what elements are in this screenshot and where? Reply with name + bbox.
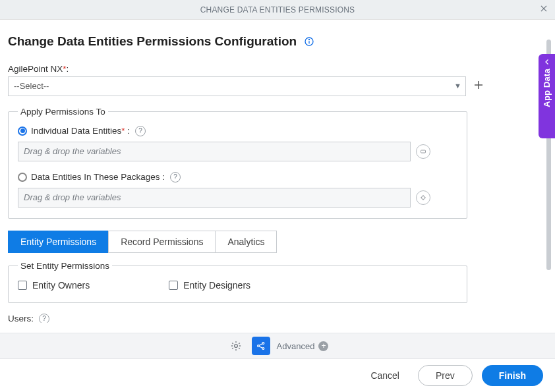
side-tab-app-data[interactable]: App Data <box>539 54 555 138</box>
footer-toolbar: Advanced + <box>0 333 555 359</box>
individual-dropzone-row: Drag & drop the variables <box>18 142 457 161</box>
footer: Advanced + Cancel Prev Finish <box>0 333 555 392</box>
svg-point-5 <box>234 345 237 348</box>
checkbox-entity-owners[interactable]: Entity Owners <box>18 280 90 291</box>
set-entity-permissions-fieldset: Set Entity Permissions Entity Owners Ent… <box>8 261 467 303</box>
checkbox-box <box>18 281 27 290</box>
agilepoint-select-value: --Select-- <box>14 81 49 91</box>
packages-dropzone-row: Drag & drop the variables <box>18 188 457 208</box>
set-entity-permissions-legend: Set Entity Permissions <box>18 261 112 271</box>
dialog-header-title: CHANGE DATA ENTITIES PERMISSIONS <box>200 5 355 14</box>
tab-entity-permissions[interactable]: Entity Permissions <box>8 231 109 253</box>
svg-rect-3 <box>421 150 426 153</box>
cancel-button[interactable]: Cancel <box>361 365 409 386</box>
users-row: Users: ? <box>8 314 538 323</box>
svg-point-7 <box>262 343 264 345</box>
checkbox-entity-owners-label: Entity Owners <box>32 280 90 291</box>
label-colon: : <box>67 64 69 74</box>
radio-packages[interactable] <box>18 173 27 182</box>
radio-packages-label: Data Entities In These Packages : <box>31 172 165 182</box>
help-icon-2[interactable]: ? <box>170 172 181 182</box>
tab-record-permissions[interactable]: Record Permissions <box>108 231 216 253</box>
checkbox-box-2 <box>169 281 178 290</box>
footer-actions: Cancel Prev Finish <box>0 359 555 392</box>
agilepoint-label-text: AgilePoint NX <box>8 64 63 74</box>
apply-permissions-fieldset: Apply Permissions To Individual Data Ent… <box>8 107 467 219</box>
svg-point-8 <box>262 348 264 350</box>
agilepoint-select[interactable]: --Select-- ▼ <box>8 76 466 96</box>
tab-analytics[interactable]: Analytics <box>215 231 277 253</box>
apply-permissions-legend: Apply Permissions To <box>18 107 108 117</box>
info-icon[interactable] <box>304 36 314 49</box>
agilepoint-select-row: --Select-- ▼ <box>8 76 538 96</box>
radio-individual-text: Individual Data Entities <box>31 126 121 136</box>
radio-individual-suffix: : <box>125 126 131 136</box>
dialog-header: CHANGE DATA ENTITIES PERMISSIONS <box>0 0 555 20</box>
chevron-down-icon: ▼ <box>454 82 461 90</box>
checkbox-row: Entity Owners Entity Designers <box>18 280 457 291</box>
users-label: Users: <box>8 314 34 323</box>
share-button[interactable] <box>252 337 270 355</box>
dropzone-placeholder: Drag & drop the variables <box>24 146 121 156</box>
settings-button[interactable] <box>227 337 245 355</box>
individual-dropzone[interactable]: Drag & drop the variables <box>18 142 411 161</box>
svg-point-6 <box>257 345 259 347</box>
close-icon[interactable] <box>539 4 548 16</box>
checkbox-entity-designers[interactable]: Entity Designers <box>169 280 250 291</box>
chevron-left-icon <box>543 58 551 66</box>
help-icon[interactable]: ? <box>135 126 146 136</box>
page-title-row: Change Data Entities Permissions Configu… <box>8 34 538 49</box>
checkbox-entity-designers-label: Entity Designers <box>183 280 250 291</box>
entity-slot-icon[interactable] <box>416 144 430 159</box>
finish-button[interactable]: Finish <box>482 365 543 386</box>
radio-individual-label: Individual Data Entities* : <box>31 126 130 136</box>
svg-point-2 <box>308 39 309 40</box>
gear-icon <box>230 340 242 352</box>
tabs: Entity Permissions Record Permissions An… <box>8 231 467 253</box>
page-title: Change Data Entities Permissions Configu… <box>8 34 297 48</box>
agilepoint-label: AgilePoint NX*: <box>8 64 538 74</box>
radio-packages-row: Data Entities In These Packages : ? <box>18 172 457 182</box>
radio-individual-row: Individual Data Entities* : ? <box>18 126 457 136</box>
plus-icon <box>473 79 484 91</box>
prev-button[interactable]: Prev <box>418 365 473 386</box>
dropzone-placeholder-2: Drag & drop the variables <box>24 192 121 202</box>
advanced-label: Advanced <box>277 341 315 351</box>
plus-circle-icon: + <box>318 341 328 351</box>
radio-dot <box>20 128 25 133</box>
svg-point-4 <box>422 196 425 199</box>
side-tab-label: App Data <box>542 69 552 107</box>
add-button[interactable] <box>473 79 484 94</box>
packages-dropzone[interactable]: Drag & drop the variables <box>18 188 411 208</box>
package-slot-icon[interactable] <box>416 190 430 205</box>
main-content: Change Data Entities Permissions Configu… <box>0 20 555 323</box>
share-icon <box>256 341 266 351</box>
help-icon-3[interactable]: ? <box>39 314 49 323</box>
radio-individual[interactable] <box>18 126 27 136</box>
content-area: App Data Change Data Entities Permission… <box>0 20 555 323</box>
advanced-toggle[interactable]: Advanced + <box>277 341 329 351</box>
